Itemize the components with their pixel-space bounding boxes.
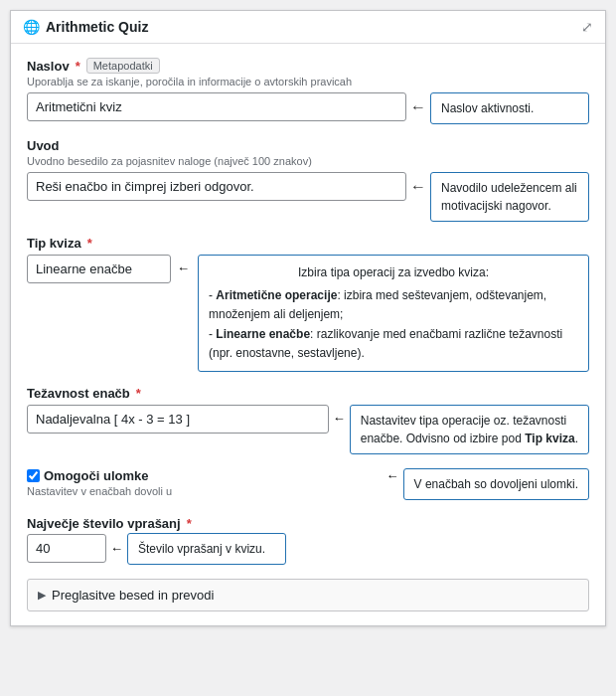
tipkviza-callout: Izbira tipa operacij za izvedbo kviza: -… xyxy=(198,255,589,372)
tipkviza-callout-item2: - Linearne enačbe: razlikovanje med enač… xyxy=(209,325,578,363)
naslov-callout: Naslov aktivnosti. xyxy=(430,92,589,124)
uvod-input-row: ← Navodilo udeležencem ali motivacijski … xyxy=(27,172,589,222)
tipkviza-label: Tip kviza * xyxy=(27,236,589,251)
uvod-callout: Navodilo udeležencem ali motivacijski na… xyxy=(430,172,589,222)
tipkviza-row: ← Izbira tipa operacij za izvedbo kviza:… xyxy=(27,255,589,372)
tezavnost-input[interactable] xyxy=(27,405,329,434)
maxvprasanj-label: Največje število vprašanj * xyxy=(27,516,589,531)
tezavnost-row: ← Nastavitev tipa operacije oz. težavnos… xyxy=(27,405,589,454)
maxvprasanj-section: Največje število vprašanj * ← Število vp… xyxy=(27,516,589,565)
tezavnost-section: Težavnost enačb * ← Nastavitev tipa oper… xyxy=(27,386,589,454)
uvod-hint: Uvodno besedilo za pojasnitev naloge (na… xyxy=(27,155,589,167)
window-title: Arithmetic Quiz xyxy=(46,19,148,35)
naslov-hint: Uporablja se za iskanje, poročila in inf… xyxy=(27,76,589,87)
uvod-input[interactable] xyxy=(27,172,406,201)
maxvprasanj-row: ← Število vprašanj v kvizu. xyxy=(27,533,589,565)
ulomke-section: Omogoči ulomke Nastavitev v enačbah dovo… xyxy=(27,468,589,502)
tipkviza-callout-item1: - Aritmetične operacije: izbira med sešt… xyxy=(209,286,578,324)
titlebar: 🌐 Arithmetic Quiz ⤢ xyxy=(11,11,605,44)
ulomke-checkbox-row: Omogoči ulomke xyxy=(27,468,383,483)
tipkviza-arrow: ← xyxy=(175,255,194,275)
tezavnost-arrow: ← xyxy=(329,405,350,426)
accordion-row[interactable]: ▶ Preglasitve besed in prevodi xyxy=(27,579,589,611)
tezavnost-callout: Nastavitev tipa operacije oz. težavnosti… xyxy=(350,405,589,454)
maxvprasanj-required: * xyxy=(187,516,192,531)
ulomke-arrow: ← xyxy=(383,468,403,483)
tezavnost-label: Težavnost enačb * xyxy=(27,386,589,401)
ulomke-label: Omogoči ulomke xyxy=(44,468,148,483)
maxvprasanj-callout: Število vprašanj v kvizu. xyxy=(127,533,286,565)
tipkviza-required: * xyxy=(87,236,92,251)
ulomke-checkbox[interactable] xyxy=(27,469,40,482)
naslov-required: * xyxy=(76,59,80,74)
window-body: Naslov * Metapodatki Uporablja se za isk… xyxy=(11,44,605,625)
ulomke-left: Omogoči ulomke Nastavitev v enačbah dovo… xyxy=(27,468,383,502)
accordion-arrow-icon: ▶ xyxy=(38,589,46,602)
expand-icon[interactable]: ⤢ xyxy=(581,19,593,35)
metapodatki-badge[interactable]: Metapodatki xyxy=(86,58,160,74)
maxvprasanj-arrow: ← xyxy=(106,541,127,556)
naslov-input-row: ← Naslov aktivnosti. xyxy=(27,92,589,124)
tipkviza-input-col xyxy=(27,255,171,283)
tipkviza-callout-title: Izbira tipa operacij za izvedbo kviza: xyxy=(209,263,578,282)
tezavnost-required: * xyxy=(136,386,141,401)
ulomke-hint: Nastavitev v enačbah dovoli u xyxy=(27,485,383,497)
naslov-label: Naslov * Metapodatki xyxy=(27,58,589,74)
maxvprasanj-input[interactable] xyxy=(27,534,106,563)
naslov-arrow: ← xyxy=(410,92,426,116)
uvod-arrow: ← xyxy=(410,172,426,196)
naslov-input[interactable] xyxy=(27,92,406,121)
tipkviza-section: Tip kviza * ← Izbira tipa operacij za iz… xyxy=(27,236,589,372)
tezavnost-input-col xyxy=(27,405,329,434)
uvod-label: Uvod xyxy=(27,138,589,153)
accordion-label: Preglasitve besed in prevodi xyxy=(52,588,214,603)
uvod-section: Uvod Uvodno besedilo za pojasnitev nalog… xyxy=(27,138,589,222)
globe-icon: 🌐 xyxy=(23,19,40,35)
ulomke-callout: V enačbah so dovoljeni ulomki. xyxy=(403,468,589,500)
naslov-section: Naslov * Metapodatki Uporablja se za isk… xyxy=(27,58,589,124)
tipkviza-input[interactable] xyxy=(27,255,171,283)
main-window: 🌐 Arithmetic Quiz ⤢ Naslov * Metapodatki… xyxy=(10,10,606,626)
uvod-input-wrap xyxy=(27,172,406,201)
tezavnost-callout-bold: Tip kviza xyxy=(525,432,574,445)
title-left: 🌐 Arithmetic Quiz xyxy=(23,19,148,35)
ulomke-row: Omogoči ulomke Nastavitev v enačbah dovo… xyxy=(27,468,589,502)
naslov-input-wrap xyxy=(27,92,406,121)
